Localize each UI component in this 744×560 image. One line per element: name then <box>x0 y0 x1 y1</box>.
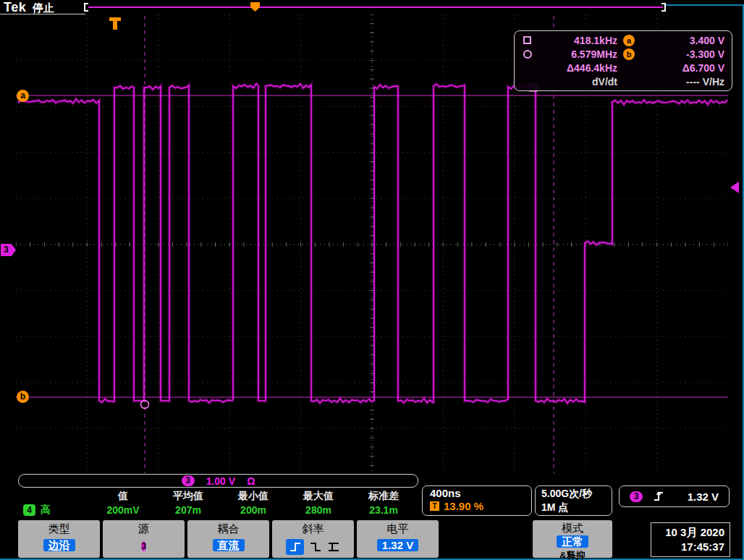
trigger-position-percent: 13.90 % <box>444 500 483 512</box>
header-mean: 平均值 <box>156 490 221 503</box>
meas-value: 200mV <box>90 504 156 516</box>
menu-source-channel-badge: 3 <box>141 541 146 551</box>
timebase-readout: 400ns T 13.90 % <box>422 485 532 516</box>
trigger-readout: 3 1.32 V <box>619 485 730 507</box>
measurement-value-row: 4 高 200mV 207m 200m 280m 23.1m <box>18 503 418 517</box>
cursor-a-badge: a <box>17 90 29 102</box>
cursor-a-voltage: 3.400 V <box>639 35 724 46</box>
header-max: 最大值 <box>286 490 351 503</box>
header-stddev: 标准差 <box>351 490 416 503</box>
square-cursor-icon <box>523 36 531 44</box>
menu-button-mode[interactable]: 模式 正常 &释抑 <box>533 520 612 558</box>
cursor-a-icon: a <box>623 35 635 46</box>
meas-max: 280m <box>286 504 351 516</box>
oscilloscope-screen: Tek 停止 a b 3 418.1kHz a 3.400 V 6.579MHz… <box>0 0 744 560</box>
meas-min: 200m <box>221 504 286 516</box>
trigger-position-icon: T <box>430 501 439 511</box>
date-value: 10 3月 2020 <box>656 525 724 540</box>
menu-level-title: 电平 <box>387 522 409 536</box>
menu-button-slope[interactable]: 斜率 <box>272 520 354 558</box>
menu-button-type[interactable]: 类型 边沿 <box>18 520 100 558</box>
record-view-line <box>88 7 663 8</box>
dvdt-value: ---- V/Hz <box>639 76 724 88</box>
falling-slope-icon[interactable] <box>309 541 322 553</box>
menu-source-title: 源 <box>138 522 149 536</box>
cursor-row-2: 6.579MHz b -3.300 V <box>520 47 726 61</box>
menu-mode-title: 模式 <box>562 522 583 535</box>
bezel-top-right <box>666 4 744 6</box>
menu-coupling-title: 耦合 <box>218 522 240 536</box>
channel-scale: 1.00 V <box>206 475 235 487</box>
acquisition-readout: 5.00G次/秒 1M 点 <box>535 485 612 516</box>
trigger-slope-icon <box>653 491 664 502</box>
trigger-level-arrow[interactable] <box>730 182 739 193</box>
timebase-scale: 400ns <box>430 487 524 499</box>
cursor1-frequency: 418.1kHz <box>539 35 617 46</box>
time-value: 17:45:37 <box>656 540 724 554</box>
measurement-name: 高 <box>41 504 51 517</box>
cursor-row-dvdt: dV/dt ---- V/Hz <box>520 75 726 88</box>
menu-type-title: 类型 <box>48 522 70 536</box>
menu-button-coupling[interactable]: 耦合 直流 <box>187 520 269 558</box>
cursor2-frequency: 6.579MHz <box>539 48 617 60</box>
menu-mode-value: 正常 <box>557 535 588 548</box>
delta-voltage: Δ6.700 V <box>639 62 724 74</box>
cursor-b-icon: b <box>623 48 635 60</box>
measurement-table: 值 平均值 最小值 最大值 标准差 4 高 200mV 207m 200m 28… <box>18 489 418 518</box>
record-length: 1M 点 <box>541 501 606 514</box>
menu-button-level[interactable]: 电平 1.32 V <box>357 520 439 558</box>
channel-3-ground-marker[interactable]: 3 <box>1 244 16 256</box>
measurement-header-row: 值 平均值 最小值 最大值 标准差 <box>18 489 418 503</box>
trigger-source-badge: 3 <box>630 491 643 502</box>
sample-rate: 5.00G次/秒 <box>541 487 606 501</box>
meas-stddev: 23.1m <box>351 504 416 516</box>
trigger-level-value: 1.32 V <box>688 491 719 503</box>
channel-4-badge: 4 <box>23 504 35 516</box>
menu-mode-holdoff: &释抑 <box>559 549 585 560</box>
circle-cursor-icon <box>523 50 532 59</box>
menu-slope-title: 斜率 <box>303 522 324 536</box>
header-min: 最小值 <box>221 490 286 503</box>
tek-logo: Tek <box>4 0 26 15</box>
delta-frequency: Δ446.4kHz <box>539 62 617 74</box>
cursor-readout-box: 418.1kHz a 3.400 V 6.579MHz b -3.300 V Δ… <box>514 30 732 91</box>
channel-3-badge[interactable]: 3 <box>182 475 195 486</box>
cursor-row-1: 418.1kHz a 3.400 V <box>520 33 726 47</box>
either-slope-icon[interactable] <box>327 541 340 553</box>
trigger-position-record-marker[interactable] <box>250 2 260 12</box>
dvdt-label: dV/dt <box>539 76 617 88</box>
cursor-b-voltage: -3.300 V <box>639 48 724 60</box>
menu-coupling-value: 直流 <box>213 539 245 551</box>
rising-slope-icon[interactable] <box>286 539 304 555</box>
header-value: 值 <box>90 490 156 503</box>
channel-impedance: Ω <box>247 475 255 487</box>
datetime-box: 10 3月 2020 17:45:37 <box>651 522 730 557</box>
menu-level-value: 1.32 V <box>377 539 418 551</box>
meas-mean: 207m <box>156 504 221 516</box>
cursor-b-badge: b <box>17 391 29 403</box>
cursor-row-delta: Δ446.4kHz Δ6.700 V <box>520 61 726 75</box>
menu-type-value: 边沿 <box>43 539 75 551</box>
menu-button-source[interactable]: 源 3 <box>103 520 185 558</box>
channel-scale-bar[interactable]: 3 1.00 V Ω <box>18 474 418 488</box>
record-left-bracket <box>84 3 88 12</box>
trigger-expansion-stem <box>113 21 117 30</box>
trigger-expansion-marker[interactable] <box>109 17 121 30</box>
